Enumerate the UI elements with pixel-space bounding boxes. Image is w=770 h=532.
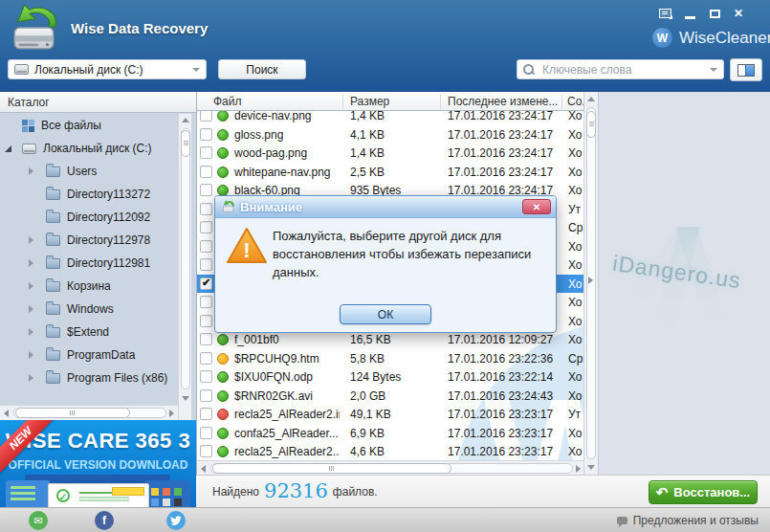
grid-icon <box>22 120 34 132</box>
column-header-file[interactable]: Файл <box>213 95 242 108</box>
file-modified: 17.01.2016 23:24:17 <box>448 109 553 122</box>
file-modified: 17.01.2016 23:24:17 <box>448 146 553 160</box>
folder-icon <box>46 212 60 223</box>
row-checkbox[interactable] <box>200 240 212 253</box>
file-name: recla25_AlReader2... <box>234 445 340 458</box>
sidebar-horizontal-scrollbar[interactable] <box>0 405 178 420</box>
table-row[interactable]: recla25_AlReader2.ini49,1 KB17.01.2016 2… <box>197 405 583 424</box>
file-status: Ут <box>568 408 581 421</box>
preview-panel-toggle-button[interactable] <box>730 58 762 81</box>
row-checkbox[interactable] <box>200 184 212 196</box>
recover-button[interactable]: ↶ Восстанов... <box>649 480 758 504</box>
search-button[interactable]: Поиск <box>218 59 306 79</box>
expand-arrow-icon[interactable] <box>29 328 33 336</box>
close-icon[interactable]: ✕ <box>727 4 750 23</box>
row-checkbox[interactable] <box>200 352 212 365</box>
status-dot-icon <box>217 390 229 402</box>
row-checkbox[interactable] <box>200 445 212 457</box>
tree-item[interactable]: Windows <box>0 298 178 321</box>
tree-item[interactable]: Directory112978 <box>0 229 178 252</box>
row-checkbox[interactable] <box>200 315 212 327</box>
twitter-icon[interactable] <box>166 511 186 530</box>
row-checkbox[interactable] <box>200 128 212 141</box>
status-dot-icon <box>217 110 229 122</box>
row-checkbox[interactable] <box>200 258 212 271</box>
app-logo-icon <box>6 3 61 55</box>
row-checkbox[interactable] <box>200 427 212 439</box>
keyword-input[interactable] <box>540 62 710 78</box>
expand-arrow-icon[interactable] <box>29 351 33 359</box>
tree-item[interactable]: Users <box>0 160 178 183</box>
menu-icon[interactable] <box>653 4 676 23</box>
expand-arrow-icon[interactable] <box>29 167 33 175</box>
tree-item[interactable]: Directory113272 <box>0 183 178 206</box>
file-size: 4,1 KB <box>350 128 385 142</box>
drive-icon <box>22 144 36 154</box>
wise-care-promo-banner[interactable]: WISE CARE 365 3 OFFICIAL VERSION DOWNLOA… <box>0 420 196 509</box>
tree-item[interactable]: Program Files (x86) <box>0 366 178 389</box>
table-row[interactable]: recla25_AlReader2...4,6 KB17.01.2016 23:… <box>197 442 583 461</box>
table-horizontal-scrollbar[interactable] <box>197 460 583 475</box>
tree-item[interactable]: Directory112981 <box>0 252 178 275</box>
expand-arrow-icon[interactable] <box>29 305 33 313</box>
tree-item[interactable]: ProgramData <box>0 344 178 366</box>
file-modified: 17.01.2016 12:09:27 <box>448 333 553 346</box>
found-files-status: Найдено 92316 файлов. <box>212 476 378 508</box>
row-checkbox[interactable] <box>200 408 212 420</box>
tree-item[interactable]: Локальный диск (C:) <box>0 137 178 160</box>
collapse-arrow-icon[interactable] <box>5 145 11 152</box>
brand: W WiseCleaner <box>652 28 770 48</box>
column-header-status[interactable]: Со... <box>567 95 583 108</box>
expand-arrow-icon[interactable] <box>29 259 33 267</box>
table-row[interactable]: whitepane-nav.png2,5 KB17.01.2016 23:24:… <box>197 163 583 182</box>
tree-item[interactable]: Все файлы <box>0 114 178 137</box>
row-checkbox[interactable] <box>200 370 212 383</box>
expand-arrow-icon[interactable] <box>29 374 33 382</box>
tree-item[interactable]: Directory112092 <box>0 206 178 229</box>
file-modified: 17.01.2016 23:24:43 <box>448 389 553 403</box>
tree-item-label: $Extend <box>67 325 109 339</box>
warning-icon: ! <box>225 226 269 266</box>
table-row[interactable]: $RPCUHQ9.htm5,8 KB17.01.2016 23:22:36Ср <box>197 349 583 368</box>
facebook-icon[interactable]: f <box>95 511 114 530</box>
tree-item[interactable]: $Extend <box>0 321 178 344</box>
dialog-close-icon[interactable]: ✕ <box>522 199 551 214</box>
table-row[interactable]: confa25_AlReader...6,9 KB17.01.2016 23:2… <box>197 424 583 443</box>
sidebar-vertical-scrollbar[interactable] <box>178 114 191 420</box>
mail-icon[interactable]: ✉ <box>29 511 48 530</box>
feedback-link[interactable]: Предложения и отзывы <box>617 508 759 532</box>
row-checkbox[interactable] <box>200 221 212 233</box>
row-checkbox[interactable] <box>200 203 212 215</box>
folder-icon <box>46 327 60 338</box>
minimize-icon[interactable] <box>678 4 701 23</box>
file-size: 2,0 GB <box>350 389 385 403</box>
row-checkbox[interactable] <box>200 277 212 290</box>
maximize-icon[interactable] <box>703 4 726 23</box>
row-checkbox[interactable] <box>200 333 212 345</box>
file-status: Хо <box>568 389 583 403</box>
dialog-title-bar[interactable]: Внимание ✕ <box>215 196 556 218</box>
status-dot-icon <box>217 353 229 365</box>
table-vertical-scrollbar[interactable] <box>583 92 598 475</box>
row-checkbox[interactable] <box>200 146 212 159</box>
tree-item[interactable]: Корзина <box>0 275 178 298</box>
row-checkbox[interactable] <box>200 166 212 178</box>
drive-select-dropdown[interactable]: Локальный диск (C:) <box>8 59 207 79</box>
tree-item-label: Program Files (x86) <box>67 371 167 385</box>
table-row[interactable]: gloss.png4,1 KB17.01.2016 23:24:17Хо <box>197 125 583 144</box>
table-row[interactable]: $IXU0FQN.odp124 Bytes17.01.2016 23:22:14… <box>197 367 583 387</box>
column-header-size[interactable]: Размер <box>350 95 389 108</box>
svg-text:!: ! <box>243 238 250 262</box>
preview-image: iDangero.us <box>599 227 770 340</box>
row-checkbox[interactable] <box>200 296 212 308</box>
file-status: Хо <box>568 128 583 142</box>
table-row[interactable]: $RNR02GK.avi2,0 GB17.01.2016 23:24:43Хо <box>197 387 583 406</box>
expand-arrow-icon[interactable] <box>29 236 33 244</box>
table-row[interactable]: wood-pag.png1,4 KB17.01.2016 23:24:17Хо <box>197 144 583 163</box>
recover-arrow-icon: ↶ <box>656 484 669 501</box>
expand-arrow-icon[interactable] <box>29 282 33 290</box>
column-header-modified[interactable]: Последнее измене... <box>448 95 558 108</box>
window-title: Wise Data Recovery <box>71 20 208 36</box>
row-checkbox[interactable] <box>200 389 212 402</box>
ok-button[interactable]: ОК <box>340 304 431 324</box>
